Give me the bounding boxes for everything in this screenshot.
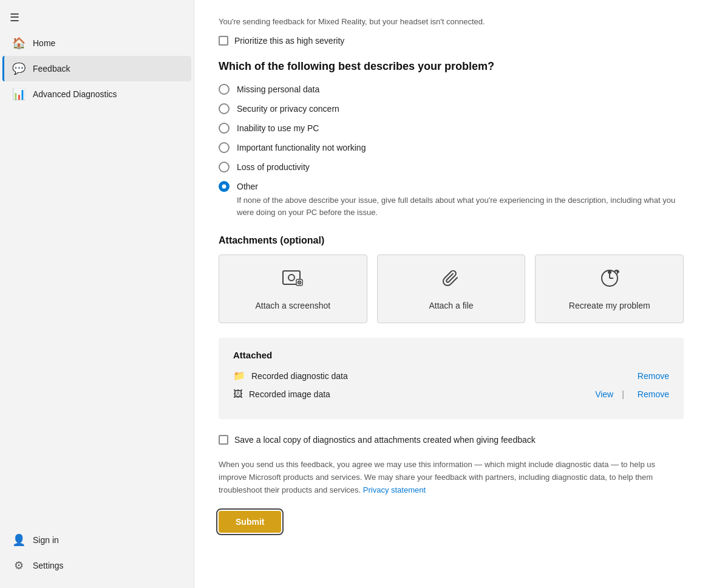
hamburger-icon: ☰	[10, 11, 19, 24]
attachments-buttons: Attach a screenshot Attach a file	[219, 255, 684, 323]
info-text: You're sending feedback for Mixed Realit…	[219, 17, 684, 26]
submit-button[interactable]: Submit	[219, 511, 281, 533]
sidebar-item-feedback[interactable]: 💬 Feedback	[2, 56, 191, 81]
folder-icon: 📁	[233, 370, 245, 381]
high-severity-row[interactable]: Prioritize this as high severity	[219, 36, 684, 46]
image-data-view-link[interactable]: View	[595, 389, 613, 399]
sidebar-item-home[interactable]: 🏠 Home	[2, 30, 191, 56]
svg-point-1	[288, 275, 294, 281]
attach-file-label: Attach a file	[429, 301, 473, 310]
save-copy-label: Save a local copy of diagnostics and att…	[234, 434, 536, 446]
attach-screenshot-label: Attach a screenshot	[255, 301, 330, 310]
diagnostics-icon: 📊	[12, 87, 26, 101]
recreate-icon	[599, 267, 621, 293]
sidebar-bottom: 👤 Sign in ⚙ Settings	[0, 527, 194, 588]
legal-text: When you send us this feedback, you agre…	[219, 459, 684, 496]
main-content: You're sending feedback for Mixed Realit…	[194, 0, 708, 588]
sidebar-feedback-label: Feedback	[33, 64, 70, 74]
save-copy-checkbox[interactable]	[219, 435, 228, 445]
image-icon: 🖼	[233, 389, 243, 400]
radio-productivity-label: Loss of productivity	[237, 162, 310, 172]
svg-point-6	[608, 270, 611, 274]
radio-important-label: Important functionality not working	[237, 143, 366, 152]
legal-text-content: When you send us this feedback, you agre…	[219, 460, 655, 494]
hamburger-button[interactable]: ☰	[0, 5, 194, 30]
sidebar-item-sign-in[interactable]: 👤 Sign in	[2, 527, 191, 553]
radio-inability-to-use[interactable]: Inability to use my PC	[219, 123, 684, 134]
radio-loss-of-productivity[interactable]: Loss of productivity	[219, 162, 684, 173]
high-severity-label: Prioritize this as high severity	[234, 36, 344, 46]
radio-missing-personal-data-label: Missing personal data	[237, 84, 319, 94]
radio-missing-personal-data-input[interactable]	[219, 84, 230, 95]
problem-radio-group: Missing personal data Security or privac…	[219, 84, 684, 218]
sidebar-sign-in-label: Sign in	[33, 535, 59, 545]
diagnostic-data-name: Recorded diagnostic data	[251, 371, 627, 381]
sidebar-settings-label: Settings	[33, 561, 64, 570]
attached-diagnostic-data: 📁 Recorded diagnostic data Remove	[233, 370, 669, 381]
high-severity-checkbox[interactable]	[219, 36, 228, 46]
radio-security-privacy-input[interactable]	[219, 103, 230, 114]
radio-important-input[interactable]	[219, 142, 230, 153]
attachments-title: Attachments (optional)	[219, 235, 684, 246]
radio-inability-label: Inability to use my PC	[237, 123, 319, 133]
radio-security-privacy-label: Security or privacy concern	[237, 104, 339, 114]
separator: |	[622, 389, 624, 399]
diagnostic-data-remove-link[interactable]: Remove	[638, 371, 669, 381]
attach-screenshot-button[interactable]: Attach a screenshot	[219, 255, 367, 323]
attached-image-data: 🖼 Recorded image data View | Remove	[233, 389, 669, 400]
image-data-remove-link[interactable]: Remove	[638, 389, 669, 399]
settings-icon: ⚙	[12, 559, 26, 572]
other-detail-text: If none of the above describe your issue…	[237, 194, 684, 218]
radio-other[interactable]: Other	[219, 181, 684, 192]
sidebar: ☰ 🏠 Home 💬 Feedback 📊 Advanced Diagnosti…	[0, 0, 194, 588]
attach-file-button[interactable]: Attach a file	[377, 255, 526, 323]
sidebar-item-settings[interactable]: ⚙ Settings	[2, 553, 191, 578]
recreate-label: Recreate my problem	[569, 301, 650, 310]
radio-inability-input[interactable]	[219, 123, 230, 134]
save-copy-row: Save a local copy of diagnostics and att…	[219, 434, 684, 446]
recreate-problem-button[interactable]: Recreate my problem	[535, 255, 684, 323]
sidebar-home-label: Home	[33, 38, 55, 48]
attached-section-title: Attached	[233, 350, 669, 360]
radio-productivity-input[interactable]	[219, 162, 230, 173]
problem-section-title: Which of the following best describes yo…	[219, 60, 684, 73]
radio-other-label: Other	[237, 182, 258, 191]
image-data-name: Recorded image data	[249, 389, 584, 399]
radio-other-input[interactable]	[219, 181, 230, 192]
screenshot-icon	[282, 267, 304, 293]
radio-security-privacy[interactable]: Security or privacy concern	[219, 103, 684, 114]
attach-file-icon	[440, 267, 462, 293]
home-icon: 🏠	[12, 36, 26, 50]
sidebar-diagnostics-label: Advanced Diagnostics	[33, 89, 117, 99]
radio-other-group: Other If none of the above describe your…	[219, 181, 684, 218]
radio-missing-personal-data[interactable]: Missing personal data	[219, 84, 684, 95]
attached-section: Attached 📁 Recorded diagnostic data Remo…	[219, 338, 684, 419]
privacy-statement-link[interactable]: Privacy statement	[363, 485, 426, 494]
sidebar-item-advanced-diagnostics[interactable]: 📊 Advanced Diagnostics	[2, 81, 191, 107]
sign-in-icon: 👤	[12, 533, 26, 547]
radio-important-functionality[interactable]: Important functionality not working	[219, 142, 684, 153]
feedback-icon: 💬	[12, 62, 26, 75]
